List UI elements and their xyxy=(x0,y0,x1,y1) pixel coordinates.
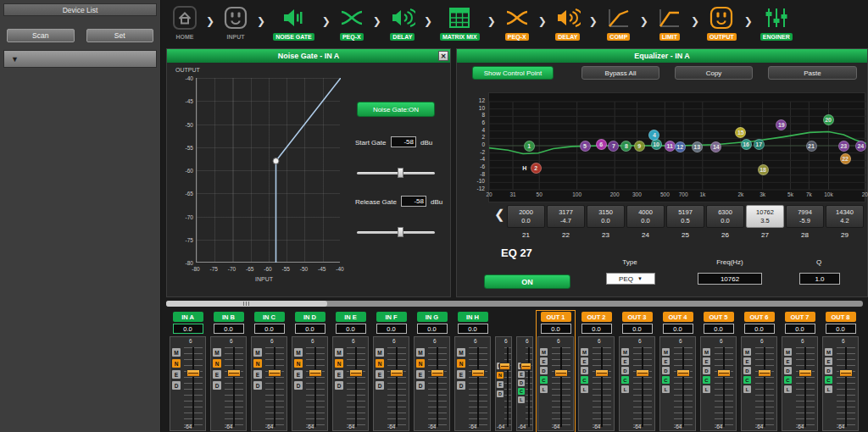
eq-control-point-6[interactable]: 6 xyxy=(596,139,607,150)
channel-label[interactable]: IN G xyxy=(417,312,448,322)
fader-handle[interactable] xyxy=(595,369,609,377)
channel-button-d[interactable]: D xyxy=(172,381,181,390)
channel-button-e[interactable]: E xyxy=(743,357,751,365)
eq-control-point-18[interactable]: 18 xyxy=(758,164,769,175)
toolbar-item-input[interactable]: INPUT xyxy=(222,4,249,41)
eq-on-button[interactable]: ON xyxy=(484,274,570,289)
channel-button-m[interactable]: M xyxy=(784,348,792,356)
channel-label[interactable]: IN E xyxy=(336,312,366,322)
channel-button-e[interactable]: E xyxy=(172,370,181,379)
paste-button[interactable]: Paste xyxy=(768,66,857,80)
toolbar-item-delay[interactable]: DELAY xyxy=(389,4,416,41)
channel-gain-value[interactable]: 0.0 xyxy=(336,324,366,334)
noise-gate-plot[interactable] xyxy=(196,78,340,263)
type-dropdown[interactable]: PEQ ▼ xyxy=(606,273,655,285)
toolbar-item-peq-x[interactable]: PEQ-X xyxy=(338,4,365,41)
channel-gain-value[interactable]: 0.0 xyxy=(541,324,571,334)
channel-button-n[interactable]: N xyxy=(497,372,504,379)
start-gate-slider-handle[interactable] xyxy=(398,168,403,178)
channel-button-l[interactable]: L xyxy=(621,385,629,393)
freq-input[interactable]: 10762 xyxy=(698,273,762,285)
eq-band-button-23[interactable]: 31500.0 xyxy=(587,205,625,228)
channel-button-d[interactable]: D xyxy=(335,381,343,390)
fader-handle[interactable] xyxy=(758,369,771,377)
noise-gate-on-button[interactable]: Noise Gate:ON xyxy=(357,102,435,117)
eq-control-point-9[interactable]: 9 xyxy=(634,141,645,152)
fader-handle[interactable] xyxy=(839,369,853,377)
channel-button-d[interactable]: D xyxy=(213,381,221,390)
set-button[interactable]: Set xyxy=(86,29,154,42)
fader-handle[interactable] xyxy=(520,363,531,370)
eq-control-point-2[interactable]: 2 xyxy=(531,163,542,174)
channel-gain-value[interactable]: 0.0 xyxy=(826,324,856,334)
channel-gain-value[interactable]: 0.0 xyxy=(622,324,653,334)
channel-button-c[interactable]: C xyxy=(581,376,588,384)
channel-button-e[interactable]: E xyxy=(621,357,629,365)
eq-control-point-16[interactable]: 16 xyxy=(741,139,752,150)
channel-button-e[interactable]: E xyxy=(662,357,670,365)
fader-handle[interactable] xyxy=(349,369,363,377)
channel-button-c[interactable]: C xyxy=(825,376,832,384)
channel-label[interactable]: IN B xyxy=(214,312,244,322)
band-scroll-left-icon[interactable]: ❮ xyxy=(494,207,505,222)
channel-gain-value[interactable]: 0.0 xyxy=(581,324,612,334)
channel-button-e[interactable]: E xyxy=(253,370,262,379)
start-gate-value[interactable]: -58 xyxy=(391,136,416,147)
channel-button-d[interactable]: D xyxy=(784,367,792,374)
channel-button-d[interactable]: D xyxy=(743,367,751,374)
eq-band-button-22[interactable]: 3177-4.7 xyxy=(547,205,585,228)
channel-button-n[interactable]: N xyxy=(172,359,181,368)
channel-button-m[interactable]: M xyxy=(294,348,303,357)
eq-control-point-21[interactable]: 21 xyxy=(806,141,817,152)
channel-button-c[interactable]: C xyxy=(621,376,629,384)
channel-label[interactable]: OUT 8 xyxy=(826,312,856,322)
eq-control-point-24[interactable]: 24 xyxy=(855,141,866,152)
horizontal-scrollbar[interactable] xyxy=(166,301,863,307)
eq-control-point-8[interactable]: 8 xyxy=(620,141,632,152)
channel-gain-value[interactable]: 0.0 xyxy=(295,324,326,334)
channel-button-m[interactable]: M xyxy=(253,348,262,357)
toolbar-item-delay[interactable]: DELAY xyxy=(554,4,581,41)
fader-handle[interactable] xyxy=(268,369,281,377)
channel-button-d[interactable]: D xyxy=(416,381,425,390)
fader-handle[interactable] xyxy=(227,369,241,377)
channel-label[interactable]: IN A xyxy=(173,312,203,322)
channel-label[interactable]: OUT 3 xyxy=(622,312,653,322)
channel-button-l[interactable]: L xyxy=(540,385,548,393)
channel-button-m[interactable]: M xyxy=(703,348,710,356)
eq-control-point-20[interactable]: 20 xyxy=(823,114,834,125)
channel-button-d[interactable]: D xyxy=(621,367,629,374)
channel-button-m[interactable]: M xyxy=(457,348,465,357)
channel-button-l[interactable]: L xyxy=(703,385,710,393)
fader-handle[interactable] xyxy=(676,369,690,377)
channel-button-d[interactable]: D xyxy=(540,367,548,374)
release-gate-slider-handle[interactable] xyxy=(398,227,403,237)
fader-handle[interactable] xyxy=(636,369,649,377)
bypass-all-button[interactable]: Bypass All xyxy=(581,66,659,80)
scrollbar-thumb[interactable] xyxy=(166,301,327,307)
channel-gain-value[interactable]: 0.0 xyxy=(173,324,203,334)
channel-button-c[interactable]: C xyxy=(518,388,525,395)
channel-button-e[interactable]: E xyxy=(416,370,425,379)
channel-button-e[interactable]: E xyxy=(784,357,792,365)
channel-gain-value[interactable]: 0.0 xyxy=(785,324,815,334)
toolbar-item-noise-gate[interactable]: NOISE GATE xyxy=(273,4,314,41)
show-control-point-button[interactable]: Show Control Point xyxy=(472,66,554,80)
channel-label[interactable]: IN D xyxy=(295,312,326,322)
fader-handle[interactable] xyxy=(431,369,444,377)
scan-button[interactable]: Scan xyxy=(7,29,75,42)
eq-control-point-10[interactable]: 10 xyxy=(651,139,662,150)
channel-label[interactable]: OUT 2 xyxy=(581,312,612,322)
eq-band-button-27[interactable]: 107623.5 xyxy=(746,205,784,228)
channel-label[interactable]: IN H xyxy=(458,312,488,322)
channel-label[interactable]: IN F xyxy=(376,312,407,322)
channel-button-d[interactable]: D xyxy=(581,367,588,374)
toolbar-item-matrix-mix[interactable]: MATRIX MIX xyxy=(440,4,480,41)
channel-button-n[interactable]: N xyxy=(253,359,262,368)
channel-gain-value[interactable]: 0.0 xyxy=(254,324,285,334)
eq-control-point-4[interactable]: 4 xyxy=(648,130,659,141)
channel-button-c[interactable]: C xyxy=(743,376,751,384)
channel-button-m[interactable]: M xyxy=(213,348,221,357)
channel-button-c[interactable]: C xyxy=(540,376,548,384)
channel-button-n[interactable]: N xyxy=(335,359,343,368)
